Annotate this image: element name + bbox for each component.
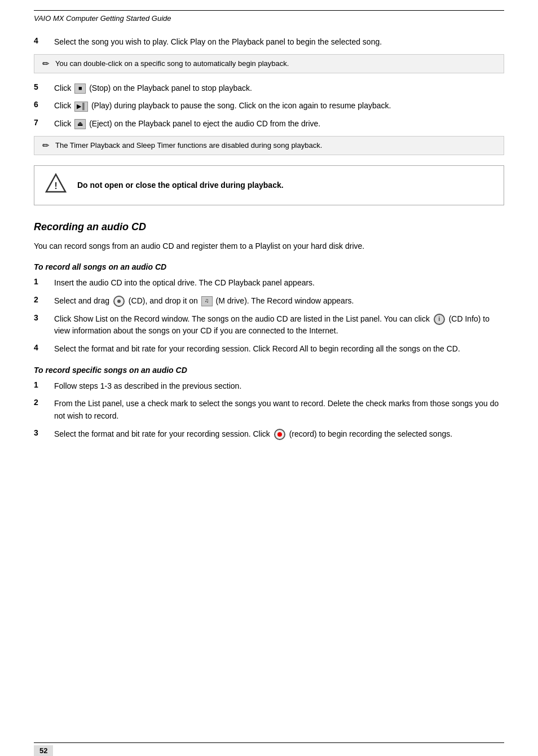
record-all-step-num-4: 4 — [34, 343, 54, 352]
step-6: 6 Click ▶║ (Play) during playback to pau… — [34, 100, 504, 112]
eject-button-icon: ⏏ — [74, 119, 86, 129]
step-text-6: Click ▶║ (Play) during playback to pause… — [54, 100, 504, 112]
record-all-step-num-1: 1 — [34, 277, 54, 286]
record-specific-step-num-1: 1 — [34, 380, 54, 389]
note-text-1: You can double-click on a specific song … — [55, 59, 289, 68]
step5-text-before: Click — [54, 83, 73, 93]
page-number: 52 — [34, 745, 53, 756]
subsection-all-heading: To record all songs on an audio CD — [34, 262, 504, 271]
warning-icon: ! — [45, 173, 67, 198]
record-specific-step-num-3: 3 — [34, 428, 54, 437]
cd-icon — [113, 296, 125, 307]
step-text-4: Select the song you wish to play. Click … — [54, 36, 504, 49]
note-2: ✏ The Timer Playback and Sleep Timer fun… — [34, 136, 504, 155]
record-all-step-1: 1 Insert the audio CD into the optical d… — [34, 277, 504, 289]
step5-text-after: (Stop) on the Playback panel to stop pla… — [89, 83, 252, 93]
record-all-step-text-4: Select the format and bit rate for your … — [54, 343, 504, 355]
record-all-step-text-1: Insert the audio CD into the optical dri… — [54, 277, 504, 289]
step-7: 7 Click ⏏ (Eject) on the Playback panel … — [34, 118, 504, 130]
note-1: ✏ You can double-click on a specific son… — [34, 54, 504, 73]
cdinfo-icon — [434, 314, 445, 325]
step7-text-after: (Eject) on the Playback panel to eject t… — [89, 119, 320, 128]
mdrive-icon: ♫ — [201, 296, 213, 306]
step-text-7: Click ⏏ (Eject) on the Playback panel to… — [54, 118, 504, 130]
note-icon-2: ✏ — [42, 140, 50, 151]
record-all-step-4: 4 Select the format and bit rate for you… — [34, 343, 504, 355]
step2-text-before: Select and drag — [54, 296, 112, 305]
record-specific-step-text-1: Follow steps 1-3 as described in the pre… — [54, 380, 504, 393]
step-5: 5 Click ■ (Stop) on the Playback panel t… — [34, 82, 504, 95]
step-num-5: 5 — [34, 82, 54, 91]
step-text-5: Click ■ (Stop) on the Playback panel to … — [54, 82, 504, 95]
record-specific-step-text-3: Select the format and bit rate for your … — [54, 428, 504, 441]
step3-text-before: Click Show List on the Record window. Th… — [54, 314, 432, 323]
record-all-step-text-2: Select and drag (CD), and drop it on ♫ (… — [54, 295, 504, 307]
record-icon — [274, 429, 285, 440]
header-title: VAIO MX Computer Getting Started Guide — [34, 14, 504, 23]
record-specific-step-1: 1 Follow steps 1-3 as described in the p… — [34, 380, 504, 393]
warning-box: ! Do not open or close the optical drive… — [34, 165, 504, 205]
subsection-specific-heading: To record specific songs on an audio CD — [34, 366, 504, 375]
step6-text-before: Click — [54, 101, 73, 110]
step-num-6: 6 — [34, 100, 54, 109]
note-text-2: The Timer Playback and Sleep Timer funct… — [55, 141, 322, 150]
top-rule — [34, 10, 504, 11]
recording-section-heading: Recording an audio CD — [34, 221, 504, 233]
record-all-step-num-3: 3 — [34, 313, 54, 322]
recording-section-intro: You can record songs from an audio CD an… — [34, 240, 504, 252]
footer-rule — [34, 742, 504, 743]
record-specific-step-text-2: From the List panel, use a check mark to… — [54, 398, 504, 422]
record-all-step-3: 3 Click Show List on the Record window. … — [34, 313, 504, 337]
note-icon-1: ✏ — [42, 59, 50, 69]
step2-text-after: (M drive). The Record window appears. — [216, 296, 354, 305]
step7-text-before: Click — [54, 119, 73, 128]
record-all-step-2: 2 Select and drag (CD), and drop it on ♫… — [34, 295, 504, 307]
step-4: 4 Select the song you wish to play. Clic… — [34, 36, 504, 49]
play-pause-button-icon: ▶║ — [74, 102, 88, 112]
step2-text-mid: (CD), and drop it on — [129, 296, 200, 305]
record-specific-step-3: 3 Select the format and bit rate for you… — [34, 428, 504, 441]
svg-text:!: ! — [54, 181, 58, 191]
stop-button-icon: ■ — [74, 83, 86, 94]
warning-triangle-svg: ! — [45, 173, 67, 194]
step-num-4: 4 — [34, 36, 54, 45]
record-specific-step-num-2: 2 — [34, 398, 54, 407]
record-all-step-text-3: Click Show List on the Record window. Th… — [54, 313, 504, 337]
step3-specific-text-before: Select the format and bit rate for your … — [54, 429, 272, 438]
step6-text-after: (Play) during playback to pause the song… — [91, 101, 391, 110]
warning-text: Do not open or close the optical drive d… — [77, 181, 284, 190]
step3-specific-text-after: (record) to begin recording the selected… — [289, 429, 453, 438]
step-num-7: 7 — [34, 118, 54, 127]
record-all-step-num-2: 2 — [34, 295, 54, 304]
record-specific-step-2: 2 From the List panel, use a check mark … — [34, 398, 504, 422]
